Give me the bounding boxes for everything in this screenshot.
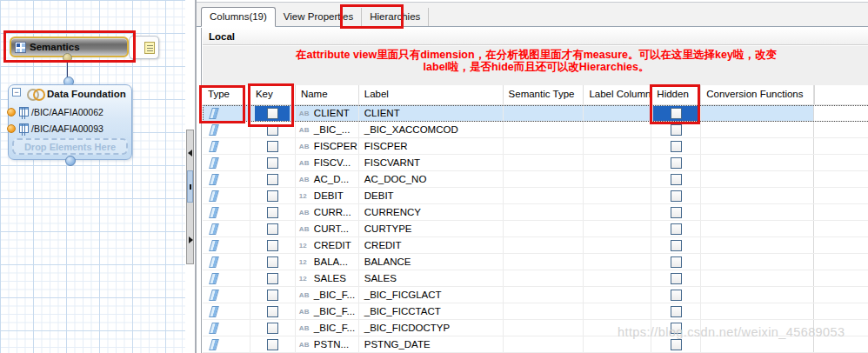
hidden-checkbox[interactable] bbox=[671, 124, 682, 136]
column-label: CLIENT bbox=[364, 108, 400, 118]
hidden-checkbox[interactable] bbox=[671, 290, 682, 301]
table-row[interactable]: ABFISCV...FISCVARNT bbox=[203, 155, 868, 171]
semantic-type-cell[interactable] bbox=[504, 270, 584, 286]
collapse-left-arrow-icon[interactable] bbox=[188, 150, 192, 157]
label-column-cell[interactable] bbox=[584, 287, 651, 303]
column-header-conversion-functions[interactable]: Conversion Functions bbox=[701, 85, 814, 104]
conversion-functions-cell[interactable] bbox=[701, 138, 814, 154]
semantic-type-cell[interactable] bbox=[504, 204, 584, 220]
label-column-cell[interactable] bbox=[584, 204, 651, 220]
label-column-cell[interactable] bbox=[584, 105, 651, 121]
hidden-checkbox[interactable] bbox=[671, 256, 682, 268]
table-row[interactable]: ABAC_D...AC_DOC_NO bbox=[203, 171, 868, 188]
watermark-text: https://blog.csdn.net/weixin_45689053 bbox=[618, 325, 845, 339]
table-row[interactable]: AB_BIC_F..._BIC_FICGLACT bbox=[203, 287, 868, 303]
semantic-type-cell[interactable] bbox=[504, 221, 584, 236]
hidden-checkbox[interactable] bbox=[671, 157, 682, 169]
hidden-checkbox[interactable] bbox=[671, 240, 682, 251]
label-column-cell[interactable] bbox=[584, 138, 651, 154]
conversion-functions-cell[interactable] bbox=[701, 303, 814, 319]
semantic-type-cell[interactable] bbox=[504, 287, 584, 303]
semantic-type-cell[interactable] bbox=[504, 237, 584, 253]
conversion-functions-cell[interactable] bbox=[701, 155, 814, 170]
key-checkbox[interactable] bbox=[267, 339, 278, 350]
hidden-checkbox[interactable] bbox=[671, 306, 682, 317]
hidden-checkbox[interactable] bbox=[671, 223, 682, 235]
semantic-type-cell[interactable] bbox=[504, 320, 584, 336]
semantic-type-cell[interactable] bbox=[504, 105, 584, 121]
conversion-functions-cell[interactable] bbox=[701, 270, 814, 286]
semantic-type-cell[interactable] bbox=[504, 138, 584, 154]
tab-columns-19-[interactable]: Columns(19) bbox=[201, 7, 276, 27]
key-checkbox[interactable] bbox=[267, 290, 278, 301]
label-column-cell[interactable] bbox=[584, 155, 651, 170]
key-checkbox[interactable] bbox=[267, 273, 278, 284]
semantic-type-cell[interactable] bbox=[504, 254, 584, 270]
annotation-text-band: 在attribute view里面只有dimension，在分析视图里面才有me… bbox=[203, 46, 868, 85]
label-column-cell[interactable] bbox=[584, 237, 651, 253]
label-column-cell[interactable] bbox=[584, 122, 651, 137]
table-item[interactable]: /BIC/AAFIA00062 bbox=[9, 106, 103, 117]
label-column-cell[interactable] bbox=[584, 303, 651, 319]
table-row[interactable]: AB_BIC_F..._BIC_FICCTACT bbox=[203, 303, 868, 320]
hidden-checkbox[interactable] bbox=[671, 339, 682, 350]
table-row[interactable]: AB_BIC_..._BIC_XACCOMCOD bbox=[203, 122, 868, 138]
collapse-right-arrow-icon[interactable] bbox=[189, 236, 193, 243]
semantic-type-cell[interactable] bbox=[504, 122, 584, 137]
key-checkbox[interactable] bbox=[267, 323, 278, 334]
data-foundation-node[interactable]: − Data Foundation /BIC/AAFIA00062 /BIC/A… bbox=[8, 84, 132, 160]
table-row[interactable]: 12CREDITCREDIT bbox=[203, 237, 868, 254]
semantic-type-cell[interactable] bbox=[504, 336, 584, 352]
semantic-type-cell[interactable] bbox=[504, 155, 584, 170]
semantic-type-cell[interactable] bbox=[504, 171, 584, 187]
column-header-name[interactable]: Name bbox=[296, 85, 359, 104]
key-checkbox[interactable] bbox=[267, 207, 278, 218]
conversion-functions-cell[interactable] bbox=[701, 221, 814, 236]
table-row[interactable]: ABCURT...CURTYPE bbox=[203, 221, 868, 237]
key-checkbox[interactable] bbox=[267, 157, 278, 169]
table-row[interactable]: ABFISCPERFISCPER bbox=[203, 138, 868, 155]
conversion-functions-cell[interactable] bbox=[701, 204, 814, 220]
conversion-functions-cell[interactable] bbox=[701, 171, 814, 187]
note-icon[interactable] bbox=[144, 42, 155, 54]
table-row[interactable]: ABCURR...CURRENCY bbox=[203, 204, 868, 221]
conversion-functions-cell[interactable] bbox=[701, 254, 814, 270]
label-column-cell[interactable] bbox=[584, 188, 651, 203]
label-column-cell[interactable] bbox=[584, 171, 651, 187]
column-header-label[interactable]: Label bbox=[359, 85, 504, 104]
hidden-checkbox[interactable] bbox=[671, 190, 682, 202]
semantic-type-cell[interactable] bbox=[504, 188, 584, 203]
table-row[interactable]: ABCLIENTCLIENT bbox=[203, 105, 868, 122]
conversion-functions-cell[interactable] bbox=[701, 188, 814, 203]
table-row[interactable]: 12DEBITDEBIT bbox=[203, 188, 868, 204]
table-item[interactable]: /BIC/AAFIA00093 bbox=[9, 123, 103, 134]
column-header-label-column[interactable]: Label Column bbox=[584, 85, 651, 104]
table-row[interactable]: 12SALESSALES bbox=[203, 270, 868, 287]
label-column-cell[interactable] bbox=[584, 270, 651, 286]
pane-splitter[interactable] bbox=[186, 130, 194, 264]
key-checkbox[interactable] bbox=[267, 256, 278, 268]
hidden-checkbox[interactable] bbox=[671, 207, 682, 218]
column-header-semantic-type[interactable]: Semantic Type bbox=[504, 85, 584, 104]
key-checkbox[interactable] bbox=[267, 174, 278, 185]
hidden-checkbox[interactable] bbox=[671, 174, 682, 185]
table-row[interactable]: 12BALA...BALANCE bbox=[203, 254, 868, 270]
conversion-functions-cell[interactable] bbox=[701, 122, 814, 137]
row-filler bbox=[814, 188, 868, 203]
splitter-thumb[interactable] bbox=[187, 170, 193, 203]
conversion-functions-cell[interactable] bbox=[701, 105, 814, 121]
hidden-checkbox[interactable] bbox=[671, 273, 682, 284]
conversion-functions-cell[interactable] bbox=[701, 237, 814, 253]
hidden-checkbox[interactable] bbox=[671, 141, 682, 152]
key-checkbox[interactable] bbox=[267, 240, 278, 251]
drop-elements-zone[interactable]: Drop Elements Here bbox=[12, 138, 128, 155]
key-checkbox[interactable] bbox=[267, 141, 278, 152]
key-checkbox[interactable] bbox=[267, 223, 278, 235]
label-column-cell[interactable] bbox=[584, 221, 651, 236]
key-checkbox[interactable] bbox=[267, 306, 278, 317]
collapse-button[interactable]: − bbox=[12, 88, 21, 97]
semantic-type-cell[interactable] bbox=[504, 303, 584, 319]
label-column-cell[interactable] bbox=[584, 254, 651, 270]
key-checkbox[interactable] bbox=[267, 190, 278, 202]
conversion-functions-cell[interactable] bbox=[701, 287, 814, 303]
